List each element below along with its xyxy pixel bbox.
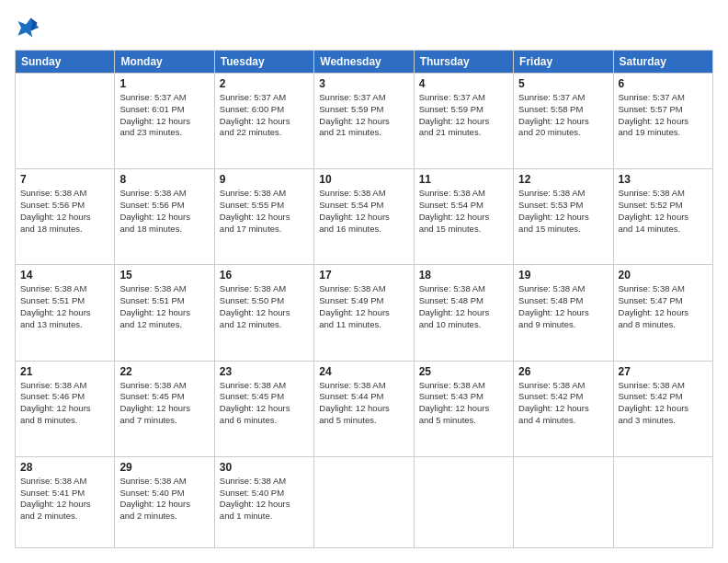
day-number: 16 bbox=[220, 269, 309, 282]
day-number: 3 bbox=[319, 77, 408, 90]
calendar-cell: 30Sunrise: 5:38 AM Sunset: 5:40 PM Dayli… bbox=[214, 456, 313, 547]
day-number: 8 bbox=[119, 173, 209, 186]
day-number: 20 bbox=[619, 269, 708, 282]
calendar-cell: 4Sunrise: 5:37 AM Sunset: 5:59 PM Daylig… bbox=[414, 74, 513, 169]
calendar-cell: 19Sunrise: 5:38 AM Sunset: 5:48 PM Dayli… bbox=[514, 265, 613, 361]
day-info: Sunrise: 5:38 AM Sunset: 5:51 PM Dayligh… bbox=[119, 283, 209, 330]
day-info: Sunrise: 5:38 AM Sunset: 5:54 PM Dayligh… bbox=[419, 188, 508, 235]
calendar-cell: 11Sunrise: 5:38 AM Sunset: 5:54 PM Dayli… bbox=[414, 169, 513, 265]
calendar-cell: 28Sunrise: 5:38 AM Sunset: 5:41 PM Dayli… bbox=[16, 456, 115, 547]
weekday-header-thursday: Thursday bbox=[414, 51, 513, 74]
calendar-cell: 2Sunrise: 5:37 AM Sunset: 6:00 PM Daylig… bbox=[214, 74, 313, 169]
day-info: Sunrise: 5:37 AM Sunset: 5:58 PM Dayligh… bbox=[518, 92, 608, 139]
day-info: Sunrise: 5:38 AM Sunset: 5:42 PM Dayligh… bbox=[619, 380, 708, 427]
day-info: Sunrise: 5:37 AM Sunset: 5:59 PM Dayligh… bbox=[319, 92, 408, 139]
calendar-cell: 24Sunrise: 5:38 AM Sunset: 5:44 PM Dayli… bbox=[314, 361, 414, 456]
day-number: 29 bbox=[119, 461, 209, 474]
calendar-cell: 20Sunrise: 5:38 AM Sunset: 5:47 PM Dayli… bbox=[613, 265, 712, 361]
day-info: Sunrise: 5:38 AM Sunset: 5:56 PM Dayligh… bbox=[119, 188, 209, 235]
day-number: 25 bbox=[419, 365, 508, 378]
day-info: Sunrise: 5:37 AM Sunset: 6:01 PM Dayligh… bbox=[119, 92, 209, 139]
day-info: Sunrise: 5:38 AM Sunset: 5:55 PM Dayligh… bbox=[220, 188, 309, 235]
day-info: Sunrise: 5:38 AM Sunset: 5:42 PM Dayligh… bbox=[518, 380, 608, 427]
day-info: Sunrise: 5:38 AM Sunset: 5:48 PM Dayligh… bbox=[419, 283, 508, 330]
calendar-cell: 25Sunrise: 5:38 AM Sunset: 5:43 PM Dayli… bbox=[414, 361, 513, 456]
svg-marker-0 bbox=[18, 18, 40, 38]
day-info: Sunrise: 5:38 AM Sunset: 5:53 PM Dayligh… bbox=[518, 188, 608, 235]
day-number: 14 bbox=[20, 269, 109, 282]
day-number: 13 bbox=[619, 173, 708, 186]
day-number: 7 bbox=[20, 173, 109, 186]
day-number: 15 bbox=[119, 269, 209, 282]
calendar-cell: 9Sunrise: 5:38 AM Sunset: 5:55 PM Daylig… bbox=[214, 169, 313, 265]
calendar-cell: 26Sunrise: 5:38 AM Sunset: 5:42 PM Dayli… bbox=[514, 361, 613, 456]
weekday-header-tuesday: Tuesday bbox=[214, 51, 313, 74]
day-number: 4 bbox=[419, 77, 508, 90]
logo-icon bbox=[15, 15, 40, 40]
calendar-cell bbox=[514, 456, 613, 547]
day-info: Sunrise: 5:37 AM Sunset: 5:59 PM Dayligh… bbox=[419, 92, 508, 139]
day-number: 23 bbox=[220, 365, 309, 378]
week-row-4: 28Sunrise: 5:38 AM Sunset: 5:41 PM Dayli… bbox=[16, 456, 713, 547]
day-info: Sunrise: 5:37 AM Sunset: 6:00 PM Dayligh… bbox=[220, 92, 309, 139]
day-info: Sunrise: 5:38 AM Sunset: 5:48 PM Dayligh… bbox=[518, 283, 608, 330]
weekday-header-saturday: Saturday bbox=[613, 51, 712, 74]
day-number: 26 bbox=[518, 365, 608, 378]
day-info: Sunrise: 5:38 AM Sunset: 5:40 PM Dayligh… bbox=[220, 476, 309, 523]
logo bbox=[15, 15, 44, 40]
weekday-header-sunday: Sunday bbox=[16, 51, 115, 74]
day-info: Sunrise: 5:38 AM Sunset: 5:51 PM Dayligh… bbox=[20, 283, 109, 330]
day-info: Sunrise: 5:38 AM Sunset: 5:46 PM Dayligh… bbox=[20, 380, 109, 427]
calendar-cell: 12Sunrise: 5:38 AM Sunset: 5:53 PM Dayli… bbox=[514, 169, 613, 265]
week-row-2: 14Sunrise: 5:38 AM Sunset: 5:51 PM Dayli… bbox=[16, 265, 713, 361]
calendar-cell bbox=[613, 456, 712, 547]
day-number: 12 bbox=[518, 173, 608, 186]
calendar-cell: 17Sunrise: 5:38 AM Sunset: 5:49 PM Dayli… bbox=[314, 265, 414, 361]
day-info: Sunrise: 5:38 AM Sunset: 5:54 PM Dayligh… bbox=[319, 188, 408, 235]
day-number: 2 bbox=[220, 77, 309, 90]
day-number: 18 bbox=[419, 269, 508, 282]
day-info: Sunrise: 5:38 AM Sunset: 5:47 PM Dayligh… bbox=[619, 283, 708, 330]
calendar-cell: 5Sunrise: 5:37 AM Sunset: 5:58 PM Daylig… bbox=[514, 74, 613, 169]
day-info: Sunrise: 5:38 AM Sunset: 5:41 PM Dayligh… bbox=[20, 476, 109, 523]
calendar-cell: 29Sunrise: 5:38 AM Sunset: 5:40 PM Dayli… bbox=[115, 456, 214, 547]
day-number: 17 bbox=[319, 269, 408, 282]
calendar-cell: 16Sunrise: 5:38 AM Sunset: 5:50 PM Dayli… bbox=[214, 265, 313, 361]
day-info: Sunrise: 5:38 AM Sunset: 5:45 PM Dayligh… bbox=[220, 380, 309, 427]
day-info: Sunrise: 5:38 AM Sunset: 5:56 PM Dayligh… bbox=[20, 188, 109, 235]
calendar-cell: 6Sunrise: 5:37 AM Sunset: 5:57 PM Daylig… bbox=[613, 74, 712, 169]
day-number: 24 bbox=[319, 365, 408, 378]
weekday-header-row: SundayMondayTuesdayWednesdayThursdayFrid… bbox=[16, 51, 713, 74]
calendar-cell: 10Sunrise: 5:38 AM Sunset: 5:54 PM Dayli… bbox=[314, 169, 414, 265]
weekday-header-wednesday: Wednesday bbox=[314, 51, 414, 74]
day-number: 1 bbox=[119, 77, 209, 90]
weekday-header-friday: Friday bbox=[514, 51, 613, 74]
week-row-0: 1Sunrise: 5:37 AM Sunset: 6:01 PM Daylig… bbox=[16, 74, 713, 169]
calendar-cell: 3Sunrise: 5:37 AM Sunset: 5:59 PM Daylig… bbox=[314, 74, 414, 169]
calendar-cell bbox=[414, 456, 513, 547]
calendar-cell: 1Sunrise: 5:37 AM Sunset: 6:01 PM Daylig… bbox=[115, 74, 214, 169]
day-number: 10 bbox=[319, 173, 408, 186]
calendar-cell bbox=[16, 74, 115, 169]
day-info: Sunrise: 5:38 AM Sunset: 5:43 PM Dayligh… bbox=[419, 380, 508, 427]
calendar-cell: 22Sunrise: 5:38 AM Sunset: 5:45 PM Dayli… bbox=[115, 361, 214, 456]
calendar-cell: 23Sunrise: 5:38 AM Sunset: 5:45 PM Dayli… bbox=[214, 361, 313, 456]
day-info: Sunrise: 5:37 AM Sunset: 5:57 PM Dayligh… bbox=[619, 92, 708, 139]
calendar-cell: 15Sunrise: 5:38 AM Sunset: 5:51 PM Dayli… bbox=[115, 265, 214, 361]
day-number: 28 bbox=[20, 461, 109, 474]
day-info: Sunrise: 5:38 AM Sunset: 5:40 PM Dayligh… bbox=[119, 476, 209, 523]
calendar-cell: 7Sunrise: 5:38 AM Sunset: 5:56 PM Daylig… bbox=[16, 169, 115, 265]
day-number: 27 bbox=[619, 365, 708, 378]
calendar-cell: 8Sunrise: 5:38 AM Sunset: 5:56 PM Daylig… bbox=[115, 169, 214, 265]
day-info: Sunrise: 5:38 AM Sunset: 5:52 PM Dayligh… bbox=[619, 188, 708, 235]
day-info: Sunrise: 5:38 AM Sunset: 5:50 PM Dayligh… bbox=[220, 283, 309, 330]
day-number: 19 bbox=[518, 269, 608, 282]
calendar-cell bbox=[314, 456, 414, 547]
header bbox=[15, 15, 713, 40]
day-info: Sunrise: 5:38 AM Sunset: 5:49 PM Dayligh… bbox=[319, 283, 408, 330]
weekday-header-monday: Monday bbox=[115, 51, 214, 74]
day-number: 21 bbox=[20, 365, 109, 378]
calendar-cell: 14Sunrise: 5:38 AM Sunset: 5:51 PM Dayli… bbox=[16, 265, 115, 361]
day-number: 9 bbox=[220, 173, 309, 186]
day-number: 6 bbox=[619, 77, 708, 90]
